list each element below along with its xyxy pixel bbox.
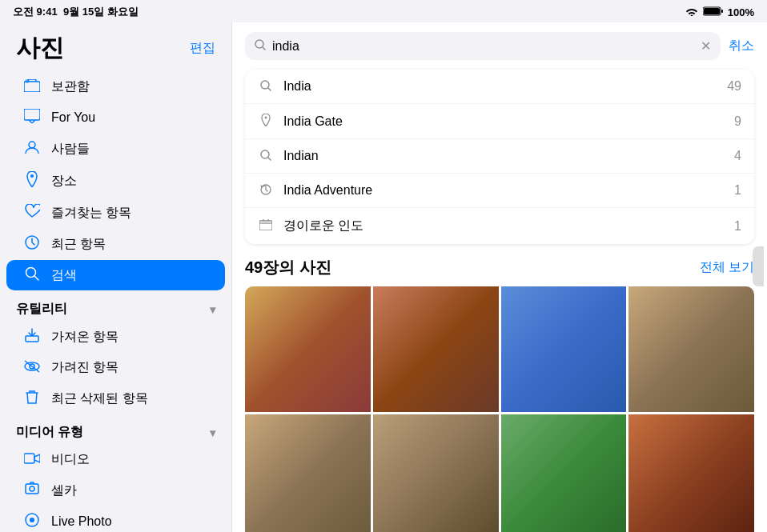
suggestion-item-4[interactable]: 경이로운 인도 1 (245, 208, 754, 244)
sidebar: 사진 편집 보관함 For You 사람들 장소 (0, 22, 232, 532)
suggestion-search-icon-2 (258, 150, 274, 163)
suggestions-list: India 49 India Gate 9 Indian 4 (245, 70, 754, 244)
photos-see-all-button[interactable]: 전체 보기 (700, 259, 754, 276)
search-input[interactable]: india (272, 39, 694, 54)
media-types-chevron-icon: ▾ (210, 426, 215, 439)
utilities-chevron-icon: ▾ (210, 303, 215, 316)
suggestion-history-icon-3 (258, 184, 274, 198)
utilities-section-header[interactable]: 유틸리티 ▾ (0, 291, 231, 321)
suggestion-item-1[interactable]: India Gate 9 (245, 104, 754, 139)
sidebar-item-label-places: 장소 (51, 173, 77, 190)
wifi-icon (685, 6, 698, 18)
search-bar-icon (255, 39, 266, 53)
sidebar-item-hidden[interactable]: 가려진 항목 (6, 353, 225, 382)
photo-cell-7[interactable] (628, 414, 754, 532)
suggestion-text-4: 경이로운 인도 (283, 218, 725, 234)
svg-point-20 (30, 518, 34, 522)
sidebar-item-label-for-you: For You (51, 110, 95, 125)
sidebar-item-label-library: 보관함 (51, 78, 90, 95)
imports-icon (22, 328, 42, 346)
suggestion-item-0[interactable]: India 49 (245, 70, 754, 104)
suggestion-count-3: 1 (734, 183, 741, 198)
status-time-date: 오전 9:41 9월 15일 화요일 (13, 5, 139, 19)
cancel-button[interactable]: 취소 (729, 38, 754, 54)
sidebar-item-label-recents: 최근 항목 (51, 236, 106, 253)
sidebar-item-label-deleted: 최근 삭제된 항목 (51, 390, 148, 407)
status-bar: 오전 9:41 9월 15일 화요일 100% (0, 0, 767, 22)
photo-cell-0[interactable] (245, 286, 371, 412)
svg-rect-4 (24, 82, 40, 92)
sidebar-item-selfie[interactable]: 셀카 (6, 475, 225, 506)
suggestion-count-1: 9 (734, 114, 741, 129)
svg-rect-16 (24, 454, 34, 463)
suggestion-count-2: 4 (734, 149, 741, 163)
sidebar-item-recents[interactable]: 최근 항목 (6, 229, 225, 259)
hidden-icon (22, 360, 42, 376)
suggestion-text-0: India (283, 79, 717, 94)
sidebar-item-library[interactable]: 보관함 (6, 72, 225, 102)
photo-cell-4[interactable] (245, 414, 371, 532)
svg-line-28 (268, 158, 271, 160)
for-you-icon (22, 109, 42, 126)
sidebar-item-label-search: 검색 (51, 267, 77, 284)
sidebar-item-label-people: 사람들 (51, 141, 90, 158)
sidebar-item-search[interactable]: 검색 (6, 260, 225, 290)
photo-cell-1[interactable] (373, 286, 499, 412)
sidebar-item-label-selfie: 셀카 (51, 482, 77, 499)
suggestion-place-icon-1 (258, 114, 274, 129)
sidebar-item-label-video: 비디오 (51, 451, 90, 468)
suggestion-text-3: India Adventure (283, 183, 725, 198)
sidebar-item-deleted[interactable]: 최근 삭제된 항목 (6, 383, 225, 414)
search-clear-button[interactable]: ✕ (701, 38, 711, 54)
video-icon (22, 452, 42, 468)
suggestion-album-icon-4 (258, 219, 274, 233)
svg-rect-17 (26, 484, 38, 494)
svg-rect-3 (721, 10, 723, 13)
photo-cell-6[interactable] (501, 414, 627, 532)
sidebar-header: 사진 편집 (0, 32, 231, 71)
battery-icon (703, 6, 723, 18)
svg-point-0 (690, 14, 693, 16)
status-icons: 100% (685, 6, 754, 18)
suggestion-item-3[interactable]: India Adventure 1 (245, 174, 754, 208)
photos-section-title: 49장의 사진 (245, 257, 331, 278)
home-button[interactable] (753, 246, 764, 286)
content-area: india ✕ 취소 India 49 India Gate 9 (232, 22, 767, 532)
edit-button[interactable]: 편집 (190, 40, 215, 57)
search-icon (22, 266, 42, 284)
photo-cell-5[interactable] (373, 414, 499, 532)
media-types-label: 미디어 유형 (16, 424, 83, 441)
media-types-section-header[interactable]: 미디어 유형 ▾ (0, 414, 231, 444)
recents-icon (22, 235, 42, 253)
svg-point-8 (30, 174, 34, 178)
search-bar-container: india ✕ 취소 (245, 32, 754, 60)
suggestion-text-1: India Gate (283, 114, 725, 129)
sidebar-item-video[interactable]: 비디오 (6, 445, 225, 474)
svg-rect-6 (24, 109, 40, 120)
library-icon (22, 79, 42, 95)
sidebar-item-for-you[interactable]: For You (6, 102, 225, 133)
sidebar-item-favorites[interactable]: 즐겨찾는 항목 (6, 198, 225, 228)
photo-cell-2[interactable] (501, 286, 627, 412)
svg-line-23 (263, 47, 265, 50)
svg-line-25 (268, 88, 271, 90)
photos-section-header: 49장의 사진 전체 보기 (245, 257, 754, 278)
sidebar-item-places[interactable]: 장소 (6, 165, 225, 197)
live-photo-icon (22, 513, 42, 530)
sidebar-title: 사진 (16, 32, 64, 65)
deleted-icon (22, 390, 42, 407)
sidebar-item-people[interactable]: 사람들 (6, 134, 225, 164)
sidebar-item-imports[interactable]: 가져온 항목 (6, 322, 225, 352)
selfie-icon (22, 482, 42, 499)
suggestion-count-0: 49 (727, 79, 741, 94)
suggestion-search-icon-0 (258, 80, 274, 94)
photo-cell-3[interactable] (628, 286, 754, 412)
suggestion-item-2[interactable]: Indian 4 (245, 139, 754, 174)
sidebar-item-label-hidden: 가려진 항목 (51, 359, 118, 376)
battery-percent: 100% (728, 6, 754, 18)
places-icon (22, 171, 42, 190)
svg-point-26 (265, 117, 267, 119)
sidebar-item-live-photo[interactable]: Live Photo (6, 506, 225, 532)
search-bar[interactable]: india ✕ (245, 32, 721, 60)
favorites-icon (22, 204, 42, 222)
